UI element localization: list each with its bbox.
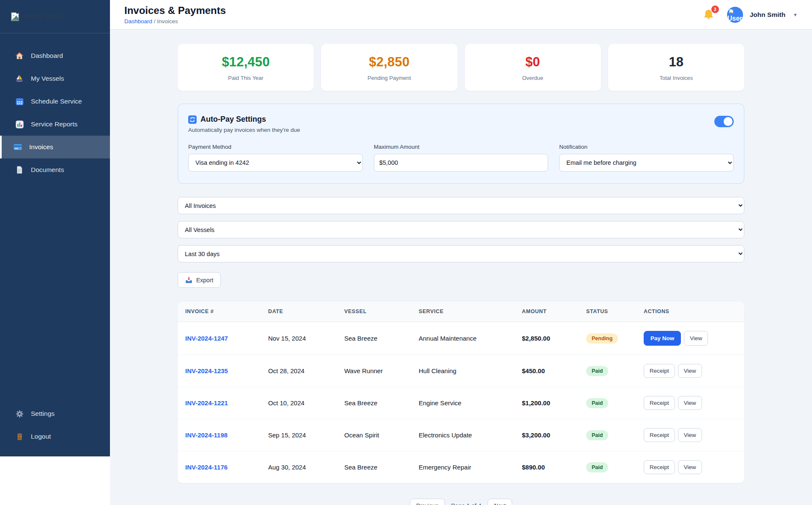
view-button[interactable]: View [678,396,702,410]
invoice-amount: $2,850.00 [515,322,579,355]
logo-alt-text: HarborSmith [22,12,62,21]
notification-count-badge: 3 [711,5,719,13]
sidebar-item-my-vessels[interactable]: My Vessels [0,67,110,90]
invoice-service: Engine Service [412,387,515,419]
autopay-sync-icon [188,115,197,124]
stat-card-paid-this-year: $12,450 Paid This Year [178,44,314,91]
table-row: INV-2024-1247 Nov 15, 2024 Sea Breeze An… [178,322,744,355]
sidebar-item-service-reports[interactable]: Service Reports [0,113,110,136]
breadcrumb-separator: / [154,18,156,25]
view-button[interactable]: View [684,331,708,346]
sidebar-item-label: Invoices [29,143,53,151]
credit-card-icon [13,142,23,152]
view-button[interactable]: View [678,428,702,442]
invoice-vessel: Ocean Spirit [337,419,412,451]
invoice-status-filter[interactable]: All Invoices [178,197,744,214]
invoices-table: Invoice # Date Vessel Service Amount Sta… [178,301,744,483]
sidebar-item-dashboard[interactable]: Dashboard [0,44,110,67]
invoice-number-link[interactable]: INV-2024-1176 [185,464,228,471]
stat-value: $0 [469,55,597,70]
invoice-number-link[interactable]: INV-2024-1247 [185,335,228,342]
column-header-actions: Actions [637,301,744,322]
invoice-number-link[interactable]: INV-2024-1235 [185,367,228,374]
date-range-filter[interactable]: Last 30 days [178,245,744,262]
sidebar-footer: Settings Logout [0,402,110,456]
invoice-amount: $450.00 [515,355,579,387]
row-actions: Pay NowView [644,331,738,346]
sidebar-item-documents[interactable]: Documents [0,158,110,181]
autopay-toggle[interactable] [714,116,734,127]
export-button[interactable]: Export [178,272,221,288]
invoice-amount: $890.00 [515,451,579,483]
page-info: Page 1 of 4 [451,502,482,505]
invoice-vessel: Wave Runner [337,355,412,387]
invoice-number-link[interactable]: INV-2024-1221 [185,399,228,407]
main-content: $12,450 Paid This Year $2,850 Pending Pa… [110,30,812,505]
sidebar-item-invoices[interactable]: Invoices [0,136,110,158]
sidebar-item-schedule-service[interactable]: Schedule Service [0,90,110,113]
next-page-button[interactable]: Next [488,499,512,505]
breadcrumb-dashboard-link[interactable]: Dashboard [124,18,152,25]
invoice-vessel: Sea Breeze [337,387,412,419]
page-title: Invoices & Payments [124,5,226,16]
sidebar-item-label: Schedule Service [31,98,82,105]
notifications-button[interactable]: 3 [703,9,714,20]
invoice-vessel: Sea Breeze [337,451,412,483]
invoice-date: Sep 15, 2024 [261,419,337,451]
breadcrumb: Dashboard / Invoices [124,18,226,25]
invoice-service: Electronics Update [412,419,515,451]
notification-label: Notification [559,144,734,150]
payment-method-select[interactable]: Visa ending in 4242 [188,154,363,172]
sidebar-item-settings[interactable]: Settings [0,402,110,425]
status-badge: Paid [586,430,608,440]
avatar[interactable]: User [727,7,743,23]
header-controls: 3 User John Smith ▼ [703,7,798,23]
stat-label: Total Invoices [612,75,740,81]
notification-select[interactable]: Email me before charging [559,154,734,172]
stat-value: $12,450 [182,55,310,70]
pay-now-button[interactable]: Pay Now [644,331,681,346]
document-icon [14,166,25,174]
receipt-button[interactable]: Receipt [644,428,675,442]
receipt-button[interactable]: Receipt [644,396,675,410]
invoice-service: Annual Maintenance [412,322,515,355]
status-badge: Paid [586,366,608,376]
row-actions: ReceiptView [644,396,738,410]
previous-page-button[interactable]: Previous [410,499,445,505]
user-name[interactable]: John Smith [750,11,785,19]
receipt-button[interactable]: Receipt [644,364,675,378]
chevron-down-icon[interactable]: ▼ [793,12,798,17]
broken-image-icon [9,11,21,22]
bar-chart-icon [14,120,25,129]
view-button[interactable]: View [678,460,702,474]
invoice-date: Oct 10, 2024 [261,387,337,419]
row-actions: ReceiptView [644,428,738,442]
table-row: INV-2024-1221 Oct 10, 2024 Sea Breeze En… [178,387,744,419]
invoice-service: Emergency Repair [412,451,515,483]
autopay-title: Auto-Pay Settings [200,115,266,124]
receipt-button[interactable]: Receipt [644,460,675,474]
maximum-amount-input[interactable] [374,154,549,172]
sidebar-item-label: Dashboard [31,52,63,60]
sidebar: HarborSmith Dashboard My Vessels Schedul… [0,0,110,456]
export-button-label: Export [196,277,213,284]
toggle-knob [724,117,732,126]
invoice-service: Hull Cleaning [412,355,515,387]
view-button[interactable]: View [678,364,702,378]
status-badge: Paid [586,398,608,408]
sidebar-item-label: Documents [31,166,64,174]
row-actions: ReceiptView [644,364,738,378]
stat-card-pending-payment: $2,850 Pending Payment [321,44,457,91]
invoice-date: Nov 15, 2024 [261,322,337,355]
table-row: INV-2024-1176 Aug 30, 2024 Sea Breeze Em… [178,451,744,483]
sidebar-item-logout[interactable]: Logout [0,425,110,448]
invoice-date: Oct 28, 2024 [261,355,337,387]
sidebar-item-label: Service Reports [31,120,77,128]
avatar-alt-text: User [727,15,743,22]
column-header-status: Status [579,301,637,322]
invoice-number-link[interactable]: INV-2024-1198 [185,431,228,439]
stat-cards: $12,450 Paid This Year $2,850 Pending Pa… [178,44,744,91]
vessel-filter[interactable]: All Vessels [178,221,744,238]
status-badge: Pending [586,333,618,344]
breadcrumb-current: Invoices [157,18,178,25]
